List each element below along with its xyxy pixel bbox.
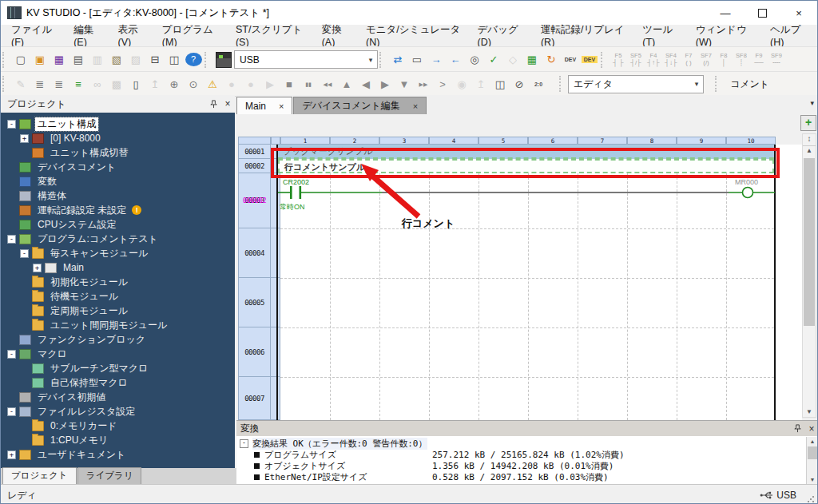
toolbar-overflow-icon[interactable]: ▾ [810,99,814,107]
spectacles-icon[interactable]: ∞ [89,75,106,93]
tree-item[interactable]: 構造体 [1,189,235,203]
save-station-icon[interactable]: ▤ [69,51,87,69]
scan-down-icon[interactable]: ▼ [395,75,413,93]
edit-comment-icon[interactable]: ✎ [12,75,30,93]
tree-item[interactable]: デバイス初期値 [1,390,235,404]
tree-item[interactable]: + Main [1,260,235,275]
editor-tab[interactable]: デバイスコメント編集 × [293,97,427,114]
plc-message-icon[interactable]: ▭ [408,51,426,69]
write-to-plc-icon[interactable]: → [427,51,445,69]
editor-tab[interactable]: Main × [236,97,292,114]
skip-last-icon[interactable]: ▶▶ [415,75,432,93]
tree-item[interactable]: - 毎スキャンモジュール [1,246,235,260]
play-icon[interactable]: ▶ [261,75,279,93]
print-preview-icon[interactable]: ◫ [165,51,183,69]
monitor-alert-icon[interactable]: ⚠ [204,75,221,93]
help-icon[interactable]: ? [185,51,202,69]
tree-item[interactable]: 定周期モジュール [1,304,235,318]
editor-mode-combo[interactable]: エディタ ▾ [568,75,704,93]
stopwatch-icon[interactable]: ⊘ [510,75,528,93]
tree-item[interactable]: - ユニット構成 [1,117,235,131]
program-check-icon[interactable]: ✓ [485,51,502,69]
tree-item[interactable]: 変数 [1,174,235,189]
bookmark-list-icon[interactable]: ≣ [31,75,49,93]
toolbar-grip[interactable] [559,76,566,92]
expand-toggle-icon[interactable]: + [7,450,16,459]
scan-up-icon[interactable]: ▲ [338,75,355,93]
continue-icon[interactable]: > [434,75,451,93]
trace-timer-icon[interactable]: ⊕ [165,75,183,93]
tree-item[interactable]: 初期化モジュール [1,275,235,289]
circuit-icon[interactable]: ▩ [108,75,125,93]
resize-grip[interactable] [807,495,815,503]
tree-item[interactable]: + [0] KV-8000 [1,131,235,145]
expand-toggle-icon[interactable]: - [7,235,16,244]
pin-icon[interactable] [790,423,804,435]
tree-item[interactable]: - プログラム:コメントテスト [1,232,235,246]
connection-combo[interactable]: USB ▾ [234,50,378,69]
sim-verify-icon[interactable]: ◇ [504,51,522,69]
device-dev2-icon[interactable]: DEV [581,51,598,69]
record2-icon[interactable]: ● [242,75,260,93]
scroll-up-icon[interactable]: ▲ [807,439,818,444]
toolbar-grip[interactable] [601,52,608,68]
panel-tab[interactable]: ライブラリ [77,467,142,484]
tree-item[interactable]: 待機モジュール [1,289,235,304]
tree-item[interactable]: - ファイルレジスタ設定 [1,404,235,419]
pause-icon[interactable]: ▮▮ [300,75,317,93]
toolbar-grip[interactable] [2,52,10,68]
tree-item[interactable]: 運転記録設定 未設定 ! [1,203,235,217]
skip-first-icon[interactable]: ◀◀ [319,75,336,93]
close-tab-icon[interactable]: × [413,101,418,111]
save-project-icon[interactable]: ▦ [50,51,68,69]
transfer-setup-icon[interactable]: ⇄ [389,51,407,69]
toolbar-grip[interactable] [715,76,722,92]
trace-list-icon[interactable]: ⊙ [185,75,202,93]
read-from-plc-icon[interactable]: ← [447,51,464,69]
panel-tab[interactable]: プロジェクト [2,467,77,484]
expand-toggle-icon[interactable]: - [20,249,29,258]
registration-monitor-icon[interactable]: ▦ [523,51,541,69]
pause-target-icon[interactable]: ◉ [453,75,471,93]
sync-icon[interactable]: ↻ [542,51,560,69]
tree-item[interactable]: 0:メモリカード [1,419,235,433]
collapse-toggle-icon[interactable]: - [240,439,248,448]
expand-toggle-icon[interactable]: - [7,407,16,416]
scrollbar-thumb[interactable] [808,446,817,459]
expand-toggle-icon[interactable]: - [7,120,16,129]
tree-item[interactable]: 1:CPUメモリ [1,433,235,447]
unlock-icon[interactable]: ▧ [108,51,125,69]
close-panel-icon[interactable]: × [804,423,818,435]
tree-item[interactable]: デバイスコメント [1,160,235,174]
close-panel-icon[interactable]: × [220,97,235,110]
plc-device-icon[interactable]: ▯ [127,75,145,93]
clear-project-icon[interactable]: ▨ [127,51,145,69]
open-project-icon[interactable]: ▣ [31,51,49,69]
convert-scrollbar[interactable]: ▲ ▼ [806,437,818,484]
step-forward-icon[interactable]: ▶ [376,75,394,93]
toolbar-grip[interactable] [379,52,387,68]
label-list-icon[interactable]: ≣ [50,75,68,93]
screen-monitor-icon[interactable]: ◫ [491,75,509,93]
device-dev-icon[interactable]: DEV [562,51,579,69]
tree-item[interactable]: CPUシステム設定 [1,217,235,232]
new-project-icon[interactable]: ▢ [12,51,30,69]
toolbar-grip[interactable] [204,52,212,68]
drag-hand-icon[interactable]: ↥ [146,75,164,93]
expand-toggle-icon[interactable]: + [20,134,29,143]
tree-item[interactable]: サブルーチン型マクロ [1,361,235,375]
close-tab-icon[interactable]: × [279,101,284,111]
scroll-down-icon[interactable]: ▼ [807,477,818,482]
expand-toggle-icon[interactable]: + [33,264,42,272]
tree-item[interactable]: ユニット間同期モジュール [1,318,235,332]
tree-item[interactable]: - マクロ [1,347,235,361]
tree-item[interactable]: + ユーザドキュメント [1,447,235,462]
print-icon[interactable]: ⊟ [146,51,164,69]
clock-icon[interactable]: 2:0 [530,75,547,93]
pin-icon[interactable] [206,97,220,110]
edit-device-list-icon[interactable]: ≡ [69,75,87,93]
verify-icon[interactable]: ◎ [466,51,483,69]
import-icon[interactable]: ▥ [89,51,106,69]
stop-icon[interactable]: ■ [280,75,298,93]
expand-toggle-icon[interactable]: - [7,350,16,359]
